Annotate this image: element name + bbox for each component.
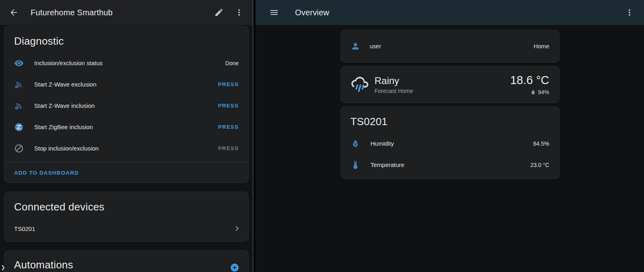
left-appbar: Futurehome Smarthub [0, 0, 253, 25]
left-overflow-menu-button[interactable] [230, 4, 248, 21]
diagnostic-card: Diagnostic Inclusion/exclusion status Do… [4, 26, 249, 183]
z-wave-icon: 2 [14, 80, 24, 89]
menu-button[interactable] [265, 4, 283, 21]
row-humidity[interactable]: Humidity 64.5% [341, 133, 559, 154]
diagnostic-card-footer: ADD TO DASHBOARD [4, 162, 248, 183]
press-button[interactable]: PRESS [218, 81, 239, 87]
edit-button[interactable] [210, 4, 228, 21]
arrow-left-icon [9, 8, 19, 17]
person-icon [351, 41, 360, 51]
row-label: Inclusion/exclusion status [34, 60, 215, 66]
device-name: TS0201 [14, 225, 232, 232]
weather-card[interactable]: Rainy Forecast Home 18.6 °C 94% [341, 66, 559, 103]
overview-panel: Overview user Home Rainy [256, 0, 644, 272]
automations-title: Automations [14, 259, 73, 271]
row-label: Temperature [371, 161, 520, 168]
page-title: Futurehome Smarthub [31, 8, 208, 17]
thermometer-icon [351, 160, 360, 170]
dots-vertical-icon [234, 8, 244, 17]
sensor-card: TS0201 Humidity 64.5% Temperature 23.0 °… [341, 106, 559, 179]
dashboard-content: user Home Rainy Forecast Home 18.6 °C [256, 25, 644, 272]
device-page-panel: Futurehome Smarthub Diagnostic Inclusion… [0, 0, 253, 272]
connected-devices-title: Connected devices [4, 192, 248, 218]
panel-divider[interactable] [253, 0, 256, 272]
eye-icon [14, 58, 24, 68]
user-card[interactable]: user Home [341, 30, 559, 63]
cancel-icon [14, 144, 24, 153]
press-button[interactable]: PRESS [218, 103, 239, 109]
user-state: Home [534, 43, 549, 49]
row-value: 64.5% [533, 140, 549, 147]
automations-header: Automations [4, 251, 248, 272]
weather-humidity: 94% [538, 89, 549, 95]
row-value: 23.0 °C [530, 162, 549, 168]
svg-text:2: 2 [16, 86, 17, 88]
row-label: Start Z-Wave exclusion [34, 81, 208, 88]
zigbee-icon [14, 122, 24, 132]
back-button[interactable] [5, 4, 23, 21]
add-automation-button[interactable] [229, 262, 240, 272]
press-button-disabled: PRESS [218, 145, 239, 151]
water-percent-icon [351, 139, 360, 148]
weather-main: Rainy Forecast Home [375, 75, 413, 94]
left-scroll-area: Diagnostic Inclusion/exclusion status Do… [0, 25, 253, 272]
row-inclusion-status[interactable]: Inclusion/exclusion status Done [4, 52, 248, 74]
device-list-item[interactable]: TS0201 [4, 218, 248, 239]
pencil-icon [214, 8, 224, 17]
diagnostic-card-title: Diagnostic [4, 26, 248, 52]
screen: Futurehome Smarthub Diagnostic Inclusion… [0, 0, 644, 272]
weather-temperature: 18.6 °C [510, 74, 549, 87]
row-label: Stop inclusion/exclusion [34, 145, 208, 152]
user-name: user [370, 43, 524, 49]
weather-pouring-icon [351, 75, 369, 94]
right-appbar: Overview [256, 0, 644, 25]
press-button[interactable]: PRESS [218, 124, 239, 130]
right-overflow-menu-button[interactable] [621, 4, 638, 21]
row-temperature[interactable]: Temperature 23.0 °C [341, 154, 559, 175]
overview-title: Overview [295, 8, 617, 17]
row-label: Start ZigBee inclusion [34, 124, 208, 130]
corner-chevron: ❯ [1, 264, 5, 270]
weather-condition: Rainy [375, 75, 413, 87]
automations-card: Automations [4, 250, 249, 272]
weather-subtitle: Forecast Home [375, 88, 413, 94]
row-value: Done [225, 60, 239, 66]
dots-vertical-icon [625, 8, 634, 17]
connected-devices-card: Connected devices TS0201 [4, 192, 249, 242]
weather-right: 18.6 °C 94% [510, 74, 549, 95]
row-stop-inclusion[interactable]: Stop inclusion/exclusion PRESS [4, 138, 248, 159]
row-zigbee-inclusion[interactable]: Start ZigBee inclusion PRESS [4, 116, 248, 138]
row-zwave-exclusion[interactable]: 2 Start Z-Wave exclusion PRESS [4, 74, 248, 95]
row-zwave-inclusion[interactable]: 2 Start Z-Wave inclusion PRESS [4, 95, 248, 116]
z-wave-icon: 2 [14, 101, 24, 111]
hamburger-icon [269, 8, 279, 17]
sensor-card-title: TS0201 [341, 107, 559, 133]
row-label: Humidity [371, 140, 523, 147]
weather-humidity-row: 94% [530, 89, 549, 95]
plus-circle-icon [230, 263, 239, 272]
row-label: Start Z-Wave inclusion [34, 102, 208, 109]
chevron-right-icon [232, 224, 242, 233]
water-percent-icon [530, 89, 536, 95]
add-to-dashboard-button[interactable]: ADD TO DASHBOARD [14, 170, 79, 176]
svg-text:2: 2 [16, 107, 17, 109]
